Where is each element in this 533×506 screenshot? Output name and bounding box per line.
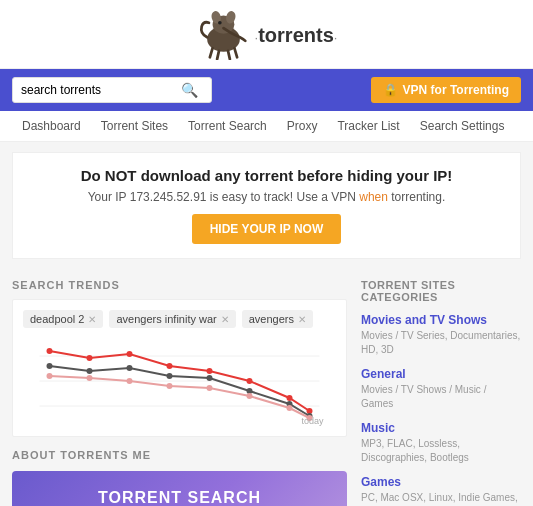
about-box: TORRENT SEARCH Torrents.me combines popu… xyxy=(12,471,347,506)
svg-point-13 xyxy=(87,355,93,361)
cat-sub-movies: Movies / TV Series, Documentaries, HD, 3… xyxy=(361,329,521,357)
logo-icon xyxy=(196,10,251,60)
sidebar-cat-games: Games PC, Mac OSX, Linux, Indie Games, C… xyxy=(361,475,521,506)
main-content: SEARCH TRENDS deadpool 2 ✕ avengers infi… xyxy=(0,269,533,506)
nav-item-torrent-search[interactable]: Torrent Search xyxy=(178,111,277,141)
nav-item-tracker-list[interactable]: Tracker List xyxy=(327,111,409,141)
sidebar-cat-general: General Movies / TV Shows / Music / Game… xyxy=(361,367,521,411)
svg-line-6 xyxy=(217,51,219,59)
svg-line-7 xyxy=(228,51,230,59)
nav-item-proxy[interactable]: Proxy xyxy=(277,111,328,141)
svg-point-21 xyxy=(87,368,93,374)
svg-point-34 xyxy=(287,405,293,411)
nav-item-dashboard[interactable]: Dashboard xyxy=(12,111,91,141)
vpn-icon: 🔒 xyxy=(383,83,398,97)
header: ·torrents· xyxy=(0,0,533,69)
trend-label-1: deadpool 2 xyxy=(30,313,84,325)
cat-name-general[interactable]: General xyxy=(361,367,521,381)
trends-tags: deadpool 2 ✕ avengers infinity war ✕ ave… xyxy=(23,310,336,328)
nav: Dashboard Torrent Sites Torrent Search P… xyxy=(0,111,533,142)
svg-line-5 xyxy=(209,48,212,57)
logo-text: ·torrents· xyxy=(255,24,338,47)
cat-sub-games: PC, Mac OSX, Linux, Indie Games, Console xyxy=(361,491,521,506)
trend-chart-svg: today xyxy=(23,336,336,426)
cat-sub-general: Movies / TV Shows / Music / Games xyxy=(361,383,521,411)
svg-point-4 xyxy=(218,21,222,25)
search-box: 🔍 xyxy=(12,77,212,103)
vpn-button[interactable]: 🔒 VPN for Torrenting xyxy=(371,77,521,103)
cat-name-music[interactable]: Music xyxy=(361,421,521,435)
about-title: TORRENT SEARCH xyxy=(28,489,331,506)
trend-label-3: avengers xyxy=(249,313,294,325)
svg-point-12 xyxy=(47,348,53,354)
svg-point-24 xyxy=(207,375,213,381)
vpn-label: VPN for Torrenting xyxy=(403,83,509,97)
warning-link[interactable]: when xyxy=(359,190,388,204)
sidebar-cat-movies: Movies and TV Shows Movies / TV Series, … xyxy=(361,313,521,357)
sidebar-cat-music: Music MP3, FLAC, Lossless, Discographies… xyxy=(361,421,521,465)
logo-area: ·torrents· xyxy=(0,10,533,60)
warning-title: Do NOT download any torrent before hidin… xyxy=(33,167,500,184)
nav-item-search-settings[interactable]: Search Settings xyxy=(410,111,515,141)
nav-item-torrent-sites[interactable]: Torrent Sites xyxy=(91,111,178,141)
svg-point-14 xyxy=(127,351,133,357)
svg-point-22 xyxy=(127,365,133,371)
trend-remove-1[interactable]: ✕ xyxy=(88,314,96,325)
svg-point-32 xyxy=(207,385,213,391)
svg-point-17 xyxy=(247,378,253,384)
search-button[interactable]: 🔍 xyxy=(181,82,198,98)
trend-tag-3: avengers ✕ xyxy=(242,310,313,328)
right-column: Torrent Sites Categories Movies and TV S… xyxy=(361,269,521,506)
search-trends-title: SEARCH TRENDS xyxy=(12,279,347,291)
cat-sub-music: MP3, FLAC, Lossless, Discographies, Boot… xyxy=(361,437,521,465)
svg-point-16 xyxy=(207,368,213,374)
trends-box: deadpool 2 ✕ avengers infinity war ✕ ave… xyxy=(12,299,347,437)
trend-label-2: avengers infinity war xyxy=(116,313,216,325)
hide-ip-button[interactable]: HIDE YOUR IP NOW xyxy=(192,214,342,244)
svg-point-31 xyxy=(167,383,173,389)
search-row: 🔍 🔒 VPN for Torrenting xyxy=(0,69,533,111)
svg-point-33 xyxy=(247,393,253,399)
svg-point-28 xyxy=(47,373,53,379)
trend-tag-2: avengers infinity war ✕ xyxy=(109,310,235,328)
trend-chart: today xyxy=(23,336,336,426)
trend-remove-2[interactable]: ✕ xyxy=(221,314,229,325)
warning-banner: Do NOT download any torrent before hidin… xyxy=(12,152,521,259)
svg-point-30 xyxy=(127,378,133,384)
cat-name-movies[interactable]: Movies and TV Shows xyxy=(361,313,521,327)
svg-point-20 xyxy=(47,363,53,369)
left-column: SEARCH TRENDS deadpool 2 ✕ avengers infi… xyxy=(12,269,347,506)
svg-point-15 xyxy=(167,363,173,369)
search-input[interactable] xyxy=(21,83,181,97)
cat-name-games[interactable]: Games xyxy=(361,475,521,489)
trend-remove-3[interactable]: ✕ xyxy=(298,314,306,325)
sidebar-title: Torrent Sites Categories xyxy=(361,279,521,303)
svg-point-23 xyxy=(167,373,173,379)
svg-point-29 xyxy=(87,375,93,381)
svg-line-8 xyxy=(234,48,237,57)
about-section-title: ABOUT TORRENTS ME xyxy=(12,449,347,461)
svg-text:today: today xyxy=(302,416,325,426)
warning-subtitle: Your IP 173.245.52.91 is easy to track! … xyxy=(33,190,500,204)
trend-tag-1: deadpool 2 ✕ xyxy=(23,310,103,328)
svg-point-18 xyxy=(287,395,293,401)
